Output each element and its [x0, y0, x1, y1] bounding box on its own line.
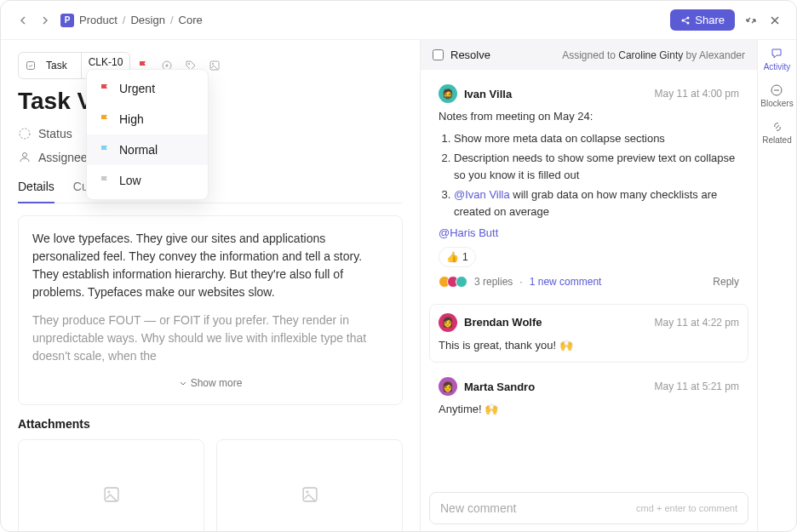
shortcut-hint: cmd + enter to comment: [636, 503, 737, 513]
comment: 👩 Marta Sandro May 11 at 5:21 pm Anytime…: [429, 368, 748, 427]
svg-point-9: [20, 129, 30, 139]
assigned-text: Assigned to Caroline Ginty by Alexander: [562, 49, 745, 61]
comment-body: Anytime! 🙌: [439, 401, 739, 418]
mention[interactable]: @Haris Butt: [439, 226, 498, 239]
breadcrumb-sep: /: [170, 14, 174, 26]
comment-author: Marta Sandro: [464, 380, 535, 393]
svg-rect-3: [27, 62, 35, 70]
svg-point-5: [166, 65, 169, 67]
comment-time: May 11 at 5:21 pm: [655, 380, 739, 392]
tabs: Details Custo Todo: [18, 174, 403, 203]
mention[interactable]: @Ivan Villa: [454, 188, 510, 201]
breadcrumb-sep: /: [123, 14, 126, 26]
page-title: Task Vie: [18, 88, 403, 115]
svg-point-10: [23, 153, 27, 157]
breadcrumb-item[interactable]: Core: [179, 14, 203, 26]
svg-rect-11: [105, 488, 118, 501]
comment: 👩 Brendan Wolfe May 11 at 4:22 pm This i…: [429, 304, 748, 363]
comment-author: Brendan Wolfe: [464, 316, 542, 329]
avatar: 👩: [439, 377, 457, 396]
image-icon: [102, 485, 121, 504]
priority-option-normal[interactable]: Normal: [87, 134, 208, 165]
description-box: We love typefaces. They give our sites a…: [18, 215, 403, 405]
image-icon: [301, 485, 319, 504]
new-comment-indicator[interactable]: 1 new comment: [530, 274, 602, 289]
svg-rect-7: [210, 61, 219, 70]
close-icon[interactable]: [767, 13, 783, 28]
back-button[interactable]: [14, 12, 32, 29]
svg-point-8: [212, 63, 214, 65]
breadcrumb-item[interactable]: Product: [79, 14, 118, 26]
priority-dropdown: Urgent High Normal Low: [86, 69, 209, 200]
comment-time: May 11 at 4:22 pm: [655, 317, 739, 329]
reaction[interactable]: 👍1: [439, 247, 476, 267]
forward-button[interactable]: [37, 12, 54, 29]
avatar: 🧔: [439, 84, 457, 103]
thread-avatars: [439, 276, 467, 288]
placeholder-text: New comment: [440, 501, 516, 515]
replies-count[interactable]: 3 replies: [474, 274, 513, 289]
minus-circle-icon: [770, 83, 783, 97]
status-row[interactable]: Status: [18, 127, 403, 140]
image-icon[interactable]: [209, 60, 221, 72]
thread-bar: 3 replies · 1 new comment Reply: [439, 274, 739, 289]
user-icon: [18, 151, 32, 164]
breadcrumb-icon: P: [60, 14, 74, 27]
attachment-placeholder[interactable]: [216, 439, 403, 532]
reply-button[interactable]: Reply: [713, 274, 739, 289]
resolve-checkbox[interactable]: [433, 49, 444, 60]
share-button[interactable]: Share: [670, 9, 735, 31]
header: P Product / Design / Core Share: [1, 1, 796, 40]
attachments-heading: Attachments: [18, 417, 403, 431]
collapse-icon[interactable]: [743, 13, 759, 28]
assignees-row[interactable]: Assignees: [18, 151, 403, 164]
nav-arrows: [14, 12, 54, 29]
avatar: 👩: [439, 313, 457, 332]
breadcrumb-item[interactable]: Design: [130, 14, 164, 26]
share-label: Share: [695, 14, 725, 26]
task-icon: [26, 60, 36, 71]
right-rail: Activity Blockers Related: [757, 40, 796, 532]
comment-body: Notes from meeting on May 24: Show more …: [439, 108, 739, 289]
new-comment-input[interactable]: New comment cmd + enter to comment: [429, 492, 748, 524]
rail-blockers[interactable]: Blockers: [760, 83, 793, 108]
attachment-placeholder[interactable]: [18, 439, 204, 532]
rail-related[interactable]: Related: [762, 120, 791, 145]
share-icon: [680, 15, 691, 26]
priority-option-high[interactable]: High: [87, 104, 208, 134]
comments-panel: Resolve Assigned to Caroline Ginty by Al…: [420, 40, 757, 532]
svg-rect-13: [303, 488, 317, 501]
link-icon: [771, 120, 784, 134]
rail-activity[interactable]: Activity: [764, 47, 791, 72]
comment-icon: [770, 47, 783, 60]
svg-point-6: [188, 63, 190, 65]
breadcrumb: P Product / Design / Core: [60, 14, 203, 27]
comment-author: Ivan Villa: [464, 88, 512, 100]
resolve-bar: Resolve Assigned to Caroline Ginty by Al…: [421, 40, 757, 70]
comment: 🧔 Ivan Villa May 11 at 4:00 pm Notes fro…: [429, 75, 748, 299]
description-text: We love typefaces. They give our sites a…: [32, 230, 388, 301]
priority-option-urgent[interactable]: Urgent: [87, 73, 208, 104]
task-detail-panel: Task CLK-10 Urgent High Normal Low Task …: [1, 40, 420, 532]
comment-body: This is great, thank you! 🙌: [439, 337, 739, 354]
description-text: They produce FOUT — or FOIT if you prefe…: [32, 312, 388, 365]
priority-option-low[interactable]: Low: [87, 165, 208, 196]
chevron-down-icon: [179, 379, 187, 387]
svg-point-14: [306, 490, 308, 493]
show-more-button[interactable]: Show more: [32, 375, 388, 391]
resolve-label: Resolve: [450, 49, 490, 61]
status-icon: [18, 127, 32, 140]
tab-details[interactable]: Details: [18, 174, 54, 203]
svg-point-12: [107, 490, 110, 493]
comment-time: May 11 at 4:00 pm: [655, 88, 739, 100]
